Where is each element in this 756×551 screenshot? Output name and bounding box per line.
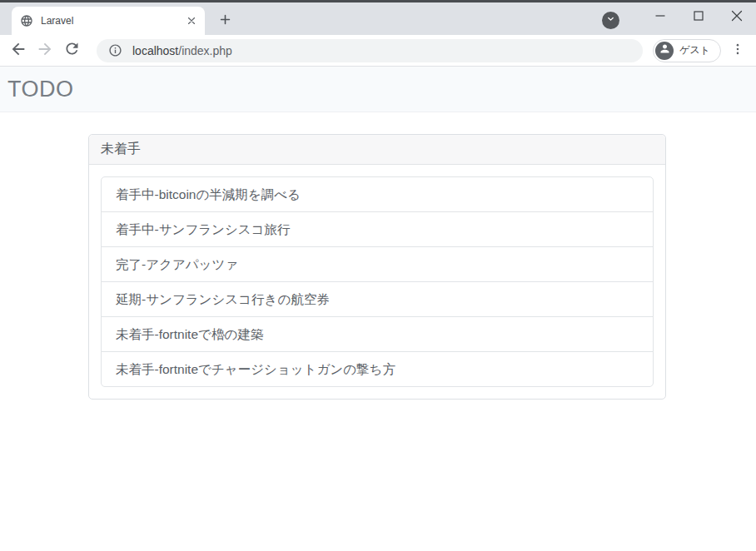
refresh-icon bbox=[63, 40, 81, 61]
maximize-icon bbox=[693, 10, 704, 25]
browser-toolbar: localhost/index.php ゲスト bbox=[0, 35, 756, 67]
arrow-left-icon bbox=[9, 40, 27, 62]
tab-search-button[interactable] bbox=[602, 12, 619, 29]
url-host: localhost bbox=[132, 44, 178, 57]
list-item[interactable]: 着手中-サンフランシスコ旅行 bbox=[101, 211, 654, 247]
maximize-button[interactable] bbox=[679, 4, 718, 32]
list-item[interactable]: 着手中-bitcoinの半減期を調べる bbox=[101, 176, 654, 212]
reload-button[interactable] bbox=[59, 38, 84, 63]
address-bar[interactable]: localhost/index.php bbox=[97, 39, 643, 62]
page-content: TODO 未着手 着手中-bitcoinの半減期を調べる 着手中-サンフランシス… bbox=[0, 67, 756, 551]
url-text: localhost/index.php bbox=[132, 44, 232, 57]
person-icon bbox=[659, 42, 671, 58]
page-header-band: TODO bbox=[0, 67, 756, 112]
main-content: 未着手 着手中-bitcoinの半減期を調べる 着手中-サンフランシスコ旅行 完… bbox=[0, 112, 756, 400]
tab-close-icon[interactable] bbox=[185, 14, 198, 27]
avatar bbox=[655, 42, 674, 60]
tab-strip: Laravel bbox=[0, 2, 756, 35]
todo-list: 着手中-bitcoinの半減期を調べる 着手中-サンフランシスコ旅行 完了-アク… bbox=[101, 176, 654, 387]
todo-card: 未着手 着手中-bitcoinの半減期を調べる 着手中-サンフランシスコ旅行 完… bbox=[88, 134, 666, 400]
forward-button[interactable] bbox=[32, 38, 57, 63]
browser-window: Laravel bbox=[0, 0, 756, 551]
url-path: /index.php bbox=[178, 44, 232, 57]
vertical-dots-icon bbox=[730, 42, 745, 60]
todo-card-header: 未着手 bbox=[89, 135, 665, 165]
site-info-icon[interactable] bbox=[108, 43, 122, 57]
list-item[interactable]: 未着手-fortniteで櫓の建築 bbox=[101, 316, 654, 352]
back-button[interactable] bbox=[6, 38, 31, 63]
page-title: TODO bbox=[7, 77, 74, 102]
browser-menu-button[interactable] bbox=[726, 39, 749, 62]
browser-tab-laravel[interactable]: Laravel bbox=[12, 7, 205, 35]
window-close-button[interactable] bbox=[718, 4, 756, 32]
arrow-right-icon bbox=[36, 40, 54, 62]
list-item[interactable]: 未着手-fortniteでチャージショットガンの撃ち方 bbox=[101, 351, 654, 387]
profile-button[interactable]: ゲスト bbox=[653, 39, 721, 62]
minimize-icon bbox=[654, 10, 666, 25]
profile-label: ゲスト bbox=[679, 43, 710, 57]
chevron-down-icon bbox=[605, 12, 616, 27]
list-item[interactable]: 完了-アクアパッツァ bbox=[101, 246, 654, 282]
minimize-button[interactable] bbox=[641, 4, 679, 32]
tab-title: Laravel bbox=[41, 15, 185, 27]
close-icon bbox=[731, 10, 743, 25]
plus-icon bbox=[218, 12, 232, 30]
todo-card-body: 着手中-bitcoinの半減期を調べる 着手中-サンフランシスコ旅行 完了-アク… bbox=[89, 165, 665, 399]
globe-icon bbox=[20, 14, 33, 27]
list-item[interactable]: 延期-サンフランシスコ行きの航空券 bbox=[101, 281, 654, 317]
new-tab-button[interactable] bbox=[213, 9, 236, 32]
window-controls bbox=[602, 2, 756, 32]
